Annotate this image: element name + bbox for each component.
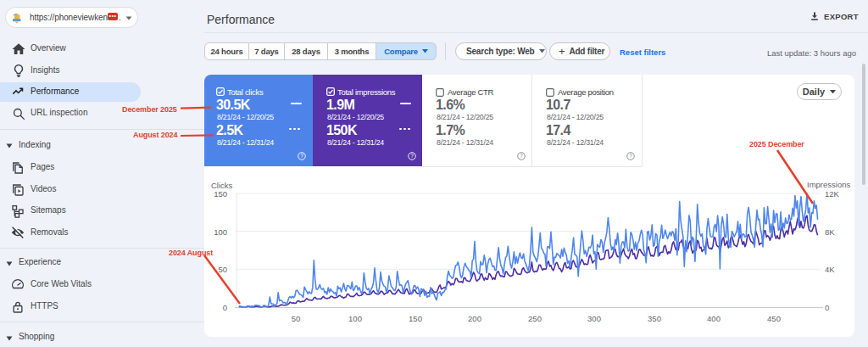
svg-text:?: ?: [410, 153, 414, 159]
svg-text:?: ?: [629, 153, 632, 159]
svg-text:?: ?: [520, 153, 523, 159]
svg-text:?: ?: [300, 153, 303, 159]
